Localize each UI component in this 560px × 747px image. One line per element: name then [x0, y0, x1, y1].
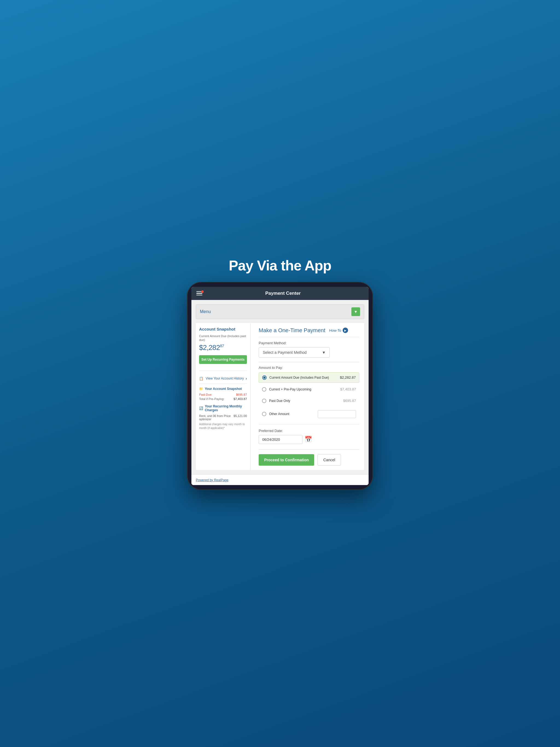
amount-option-current[interactable]: Current Amount Due (Includes Past Due) $…	[259, 372, 359, 383]
prepay-value: $7,403.87	[233, 397, 247, 401]
radio-prepay-icon	[262, 387, 266, 391]
rent-value: $5,121.00	[233, 414, 247, 421]
amount-option-prepay-value: $7,403.87	[340, 387, 356, 391]
amount-option-pastdue-label: Past Due Only	[269, 399, 290, 403]
action-buttons: Proceed to Confirmation Cancel	[259, 449, 359, 466]
amount-section-label: Amount to Pay:	[259, 366, 359, 370]
recurring-section-title: 🔄 Your Recurring Monthly Charges	[199, 404, 247, 412]
how-to-button[interactable]: How-To ▶	[329, 328, 348, 333]
section-divider-2	[259, 424, 359, 424]
phone-screen: Payment Center Menu ▼ Account Snapshot C	[192, 287, 368, 485]
powered-by-link[interactable]: Powered by RealPage	[196, 478, 228, 482]
recurring-note: Additional charges may vary month to mon…	[199, 422, 247, 430]
page-wrapper: Pay Via the App Payment Center Menu	[187, 257, 373, 490]
proceed-button[interactable]: Proceed to Confirmation	[259, 454, 314, 466]
folder-icon: 📁	[199, 387, 203, 391]
amount-option-current-value: $2,282.87	[340, 376, 356, 380]
account-snapshot-title: Account Snapshot	[199, 327, 247, 331]
radio-current-icon	[262, 376, 266, 380]
amount-cents: 87	[220, 344, 224, 348]
calendar-icon[interactable]: 📅	[305, 436, 312, 443]
date-section: Preferred Date: 📅	[259, 429, 359, 444]
main-panel: Make a One-Time Payment How-To ▶ Payment…	[254, 323, 364, 470]
page-title: Pay Via the App	[229, 257, 331, 274]
amount-dollars: $2,282	[199, 343, 220, 352]
panel-title: Make a One-Time Payment	[259, 327, 325, 334]
top-bar: Payment Center	[192, 287, 368, 300]
menu-label: Menu	[200, 309, 211, 314]
footer: Powered by RealPage	[192, 474, 368, 485]
cancel-button[interactable]: Cancel	[317, 454, 341, 466]
prepay-label: Total if Pre-Paying:	[199, 397, 224, 401]
payment-method-select[interactable]: Select a Payment Method ▼	[259, 347, 330, 358]
date-field: 📅	[259, 435, 359, 444]
payment-method-placeholder: Select a Payment Method	[263, 350, 307, 355]
amount-option-pastdue[interactable]: Past Due Only $695.87	[259, 396, 359, 406]
amount-display: $2,28287	[199, 343, 247, 352]
prepay-row: Total if Pre-Paying: $7,403.87	[199, 397, 247, 401]
sidebar-divider-1	[199, 370, 247, 371]
radio-pastdue-icon	[262, 398, 266, 403]
phone-frame: Payment Center Menu ▼ Account Snapshot C	[187, 282, 373, 490]
menu-bar: Menu ▼	[196, 304, 364, 319]
amount-option-prepay[interactable]: Current + Pre-Pay Upcoming $7,403.87	[259, 384, 359, 394]
view-account-history-nav[interactable]: 📋 View Your Account History ›	[199, 374, 247, 384]
set-up-recurring-button[interactable]: Set Up Recurring Payments	[199, 355, 247, 364]
past-due-value: $695.87	[236, 393, 247, 396]
amount-due-label: Current Amount Due (Includes past due)	[199, 334, 247, 342]
main-layout: Account Snapshot Current Amount Due (Inc…	[196, 323, 364, 470]
past-due-row: Past Due: $695.87	[199, 393, 247, 396]
dropdown-arrow-icon: ▼	[322, 350, 326, 355]
rent-label: Rent, unit 06 from Price optimizer	[199, 414, 233, 421]
notification-dot	[201, 290, 204, 293]
amount-option-current-label: Current Amount Due (Includes Past Due)	[269, 376, 329, 380]
hamburger-menu-icon[interactable]	[196, 291, 202, 295]
amount-option-other-label: Other Amount	[269, 412, 289, 416]
radio-other-icon	[262, 412, 266, 416]
other-amount-input[interactable]	[318, 410, 356, 418]
menu-dropdown-button[interactable]: ▼	[351, 307, 360, 316]
panel-header: Make a One-Time Payment How-To ▶	[259, 327, 359, 337]
nav-item-left: 📋 View Your Account History	[199, 377, 244, 381]
how-to-label: How-To	[329, 328, 341, 333]
sidebar: Account Snapshot Current Amount Due (Inc…	[196, 323, 251, 470]
snapshot-section-title: 📁 Your Account Snapshot	[199, 387, 247, 391]
nav-item-label: View Your Account History	[206, 377, 244, 380]
history-icon: 📋	[199, 377, 203, 381]
nav-chevron-icon: ›	[246, 376, 247, 381]
recurring-monthly-section: 🔄 Your Recurring Monthly Charges Rent, u…	[199, 404, 247, 430]
amount-option-pastdue-value: $695.87	[343, 398, 356, 403]
date-input[interactable]	[259, 435, 302, 444]
chevron-down-icon: ▼	[354, 310, 358, 314]
rent-row: Rent, unit 06 from Price optimizer $5,12…	[199, 414, 247, 421]
date-field-label: Preferred Date:	[259, 429, 359, 433]
account-snapshot-section: 📁 Your Account Snapshot Past Due: $695.8…	[199, 387, 247, 401]
payment-method-label: Payment Method:	[259, 341, 359, 345]
topbar-title: Payment Center	[202, 291, 364, 296]
amount-option-prepay-label: Current + Pre-Pay Upcoming	[269, 387, 311, 391]
refresh-icon: 🔄	[199, 406, 203, 410]
section-divider-1	[259, 362, 359, 362]
amount-option-other[interactable]: Other Amount	[259, 407, 359, 421]
past-due-label: Past Due:	[199, 393, 212, 396]
play-icon: ▶	[342, 328, 348, 333]
content-area: Menu ▼ Account Snapshot Current Amount D…	[192, 300, 368, 474]
